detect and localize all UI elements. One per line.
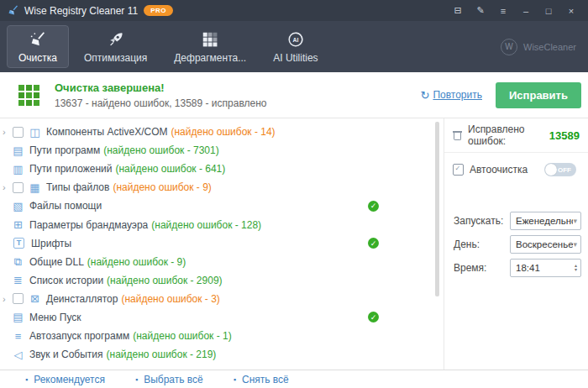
item-label: Типы файлов [46, 181, 109, 193]
recommended-link[interactable]: ▪Рекомендуется [25, 374, 105, 385]
list-item-file-types[interactable]: ›▦Типы файлов(найдено ошибок - 9) [0, 178, 444, 197]
tab-label: Оптимизация [84, 52, 147, 64]
tab-label: Очистка [18, 52, 57, 64]
shared-dll-icon: ⧉ [12, 256, 24, 267]
wisecleaner-logo-icon: W [501, 39, 517, 55]
clipboard-check-icon [453, 164, 464, 176]
link-label: Снять всё [242, 374, 289, 385]
expand-arrow-icon[interactable]: › [3, 294, 13, 304]
bullet-icon: ▪ [135, 375, 138, 384]
footer-bar: ▪Рекомендуется▪Выбрать всё▪Снять всё [0, 370, 588, 388]
link-label: Рекомендуется [34, 374, 105, 385]
fix-button[interactable]: Исправить [496, 82, 581, 108]
bullet-icon: ▪ [25, 375, 28, 384]
error-count: (найдено ошибок - 219) [107, 349, 217, 360]
tab-ai-utilities[interactable]: AI AI Utilities [261, 25, 329, 68]
chevron-down-icon: ▾ [573, 217, 577, 225]
autoclean-label: Автоочистка [470, 164, 528, 176]
register-icon[interactable]: ✎ [470, 3, 491, 18]
error-count: (найдено ошибок - 9) [87, 256, 186, 268]
result-grid-icon [18, 85, 39, 106]
defrag-grid-icon [201, 30, 219, 49]
item-label: Пути программ [29, 144, 100, 156]
repeat-label: Повторить [433, 89, 482, 101]
error-count: (найдено ошибок - 7301) [103, 144, 218, 156]
item-label: Общие DLL [29, 256, 84, 268]
spin-down-icon[interactable]: ▾ [575, 268, 577, 272]
list-item-start-menu[interactable]: ▤Меню Пуск✓ [0, 308, 444, 327]
program-paths-icon: ▤ [12, 145, 24, 156]
select-all-link[interactable]: ▪Выбрать всё [135, 374, 203, 385]
ai-swirl-icon: AI [286, 30, 305, 49]
status-subtitle: 13637 - найдено ошибок, 13589 - исправле… [55, 97, 266, 109]
field-label: Время: [454, 262, 486, 274]
autoclean-toggle[interactable]: OFF [544, 163, 576, 176]
window-controls: ⊟✎≡–□× [448, 3, 581, 18]
pro-badge: PRO [144, 5, 173, 16]
tab-defrag[interactable]: Дефрагмента... [162, 25, 258, 68]
error-count: (найдено ошибок - 3) [121, 293, 219, 305]
file-types-icon: ▦ [29, 182, 41, 193]
item-label: Параметры брандмауэра [29, 219, 148, 231]
field-time-input: Время:18:41▴▾ [454, 259, 581, 277]
chevron-down-icon: ▾ [573, 240, 577, 249]
titlebar: Wise Registry Cleaner 11 PRO ⊟✎≡–□× [0, 0, 588, 21]
error-count: (найдено ошибок - 641) [115, 163, 225, 175]
close-button[interactable]: × [561, 3, 581, 18]
error-count: (найдено ошибок - 1) [133, 330, 231, 342]
fixed-errors-label: Исправлено ошибок: [468, 123, 543, 147]
list-item-help-files[interactable]: ▧Файлы помощи✓ [0, 197, 444, 215]
field-value: 18:41 [516, 263, 575, 273]
maximize-button[interactable]: □ [538, 3, 559, 18]
done-check-icon: ✓ [368, 201, 379, 212]
tab-optimization[interactable]: Оптимизация [72, 25, 159, 68]
menu-icon[interactable]: ≡ [493, 3, 513, 18]
wise-registry-cleaner-window: Wise Registry Cleaner 11 PRO ⊟✎≡–□× Очис… [0, 0, 588, 388]
field-label: День: [454, 239, 480, 250]
field-schedule-select: Запускать:Еженедельно▾ [454, 212, 581, 230]
day-select[interactable]: Воскресенье▾ [510, 235, 581, 254]
app-logo-icon [7, 4, 19, 17]
status-text: Очистка завершена! 13637 - найдено ошибо… [55, 81, 266, 109]
rocket-icon [107, 30, 125, 49]
list-item-autorun-programs[interactable]: ≡Автозапуск программ(найдено ошибок - 1) [0, 327, 444, 345]
list-item-sounds-events[interactable]: ◁Звук и События(найдено ошибок - 219) [0, 345, 444, 364]
list-item-fonts[interactable]: TШрифты✓ [0, 234, 444, 253]
scan-results-list: ›◫Компоненты ActiveX/COM(найдено ошибок … [0, 118, 444, 370]
time-input[interactable]: 18:41▴▾ [510, 259, 581, 277]
item-checkbox[interactable] [13, 182, 24, 193]
error-count: (найдено ошибок - 128) [151, 219, 261, 231]
schedule-select[interactable]: Еженедельно▾ [510, 212, 581, 230]
fixed-errors-row: Исправлено ошибок: 13589 [444, 118, 588, 153]
field-day-select: День:Воскресенье▾ [454, 235, 581, 254]
item-label: Пути приложений [29, 163, 112, 175]
expand-arrow-icon[interactable]: › [3, 182, 13, 192]
field-label: Запускать: [454, 215, 503, 227]
list-item-activex-com[interactable]: ›◫Компоненты ActiveX/COM(найдено ошибок … [0, 123, 444, 141]
help-files-icon: ▧ [12, 201, 24, 212]
trash-icon [453, 130, 462, 140]
list-item-uninstaller[interactable]: ›⊠Деинсталлятор(найдено ошибок - 3) [0, 290, 444, 308]
minimize-button[interactable]: – [516, 3, 536, 18]
item-label: Автозапуск программ [29, 330, 129, 342]
deselect-all-link[interactable]: ▪Снять всё [234, 374, 289, 385]
window-title: Wise Registry Cleaner 11 [24, 5, 138, 17]
error-count: (найдено ошибок - 14) [171, 126, 275, 138]
item-checkbox[interactable] [13, 127, 24, 138]
toggle-state-label: OFF [558, 166, 571, 174]
item-checkbox[interactable] [13, 293, 24, 304]
tab-cleanup[interactable]: Очистка [7, 25, 69, 68]
refresh-icon: ↻ [421, 89, 430, 102]
list-item-shared-dll[interactable]: ⧉Общие DLL(найдено ошибок - 9) [0, 253, 444, 271]
item-label: Шрифты [31, 238, 71, 249]
feedback-icon[interactable]: ⊟ [448, 3, 468, 18]
list-item-firewall-settings[interactable]: ⊞Параметры брандмауэра(найдено ошибок - … [0, 215, 444, 233]
list-item-history-list[interactable]: ≣Список истории(найдено ошибок - 2909) [0, 271, 444, 290]
list-item-app-paths[interactable]: ▥Пути приложений(найдено ошибок - 641) [0, 160, 444, 178]
tab-label: Дефрагмента... [174, 52, 246, 64]
fixed-errors-value: 13589 [549, 129, 580, 142]
repeat-link[interactable]: ↻ Повторить [421, 89, 482, 102]
bullet-icon: ▪ [234, 375, 236, 384]
list-item-program-paths[interactable]: ▤Пути программ(найдено ошибок - 7301) [0, 141, 444, 160]
expand-arrow-icon[interactable]: › [3, 127, 13, 137]
